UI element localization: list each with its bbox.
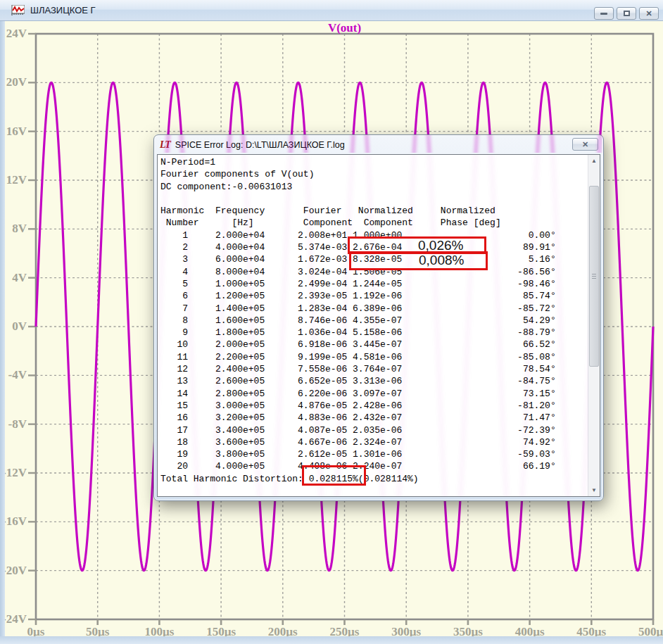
y-axis-label: -12V [1,466,27,480]
dialog-title: SPICE Error Log: D:\LT\ШЛАЗИЦКОЕ Г.log [175,140,345,150]
annotation-percent-harmonic3: 0,008% [419,253,464,268]
y-axis-label: 20V [1,75,27,89]
close-button[interactable]: ✕ [639,7,659,20]
minimize-button[interactable] [594,7,614,20]
window-left-border [0,21,5,644]
dialog-close-button[interactable]: ✕ [572,138,598,151]
window-bottom-border [0,636,663,644]
y-axis-label: -24V [1,612,27,626]
window-title: ШЛАЗИЦКОЕ Г [30,5,96,15]
restore-button[interactable] [617,7,636,20]
y-axis-label: -4V [1,368,27,382]
minimize-icon [600,13,607,15]
scrollbar-thumb[interactable] [589,186,599,367]
y-axis-label: 12V [1,173,27,187]
scrollbar-grip [592,274,596,279]
y-axis-label: -16V [1,514,27,529]
lt-logo-icon: LT [160,139,170,151]
y-axis-label: 16V [1,125,27,139]
y-axis-label: 0V [1,320,27,334]
y-axis-label: 4V [1,271,27,285]
y-axis-label: -8V [1,417,27,431]
y-axis-label: -20V [1,564,27,578]
annotation-box-thd [302,465,366,486]
y-axis-label: 8V [1,222,27,236]
dialog-body: N-Period=1 Fourier components of V(out) … [157,154,600,497]
dialog-close-icon: ✕ [582,140,588,149]
y-axis-label: 24V [1,27,27,41]
close-icon: ✕ [645,9,652,18]
dialog-scrollbar[interactable]: ▲ ▼ [588,155,600,496]
waveform-icon [11,5,25,15]
window-titlebar[interactable]: ШЛАЗИЦКОЕ Г ✕ [0,0,663,21]
scrollbar-down-arrow-icon[interactable]: ▼ [588,484,600,496]
plot-trace-title: V(out) [36,21,653,35]
annotation-percent-harmonic2: 0,026% [418,238,463,253]
spice-error-log-dialog: LT SPICE Error Log: D:\LT\ШЛАЗИЦКОЕ Г.lo… [153,134,604,501]
dialog-titlebar[interactable]: LT SPICE Error Log: D:\LT\ШЛАЗИЦКОЕ Г.lo… [154,135,603,154]
error-log-text: N-Period=1 Fourier components of V(out) … [158,155,600,485]
scrollbar-up-arrow-icon[interactable]: ▲ [588,155,600,167]
restore-icon [624,11,630,16]
